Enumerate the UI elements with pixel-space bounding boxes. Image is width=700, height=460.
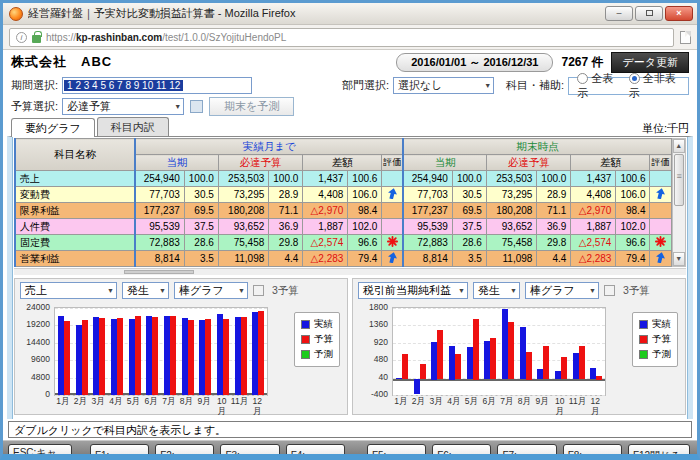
subject-name: 人件費 — [15, 219, 135, 235]
data-refresh-button[interactable]: データ更新 — [611, 52, 689, 73]
eval-cell — [650, 203, 671, 219]
table-cell: 69.5 — [452, 203, 486, 219]
f3-button[interactable]: F3: — [220, 444, 279, 460]
site-info-icon[interactable]: i — [16, 32, 27, 43]
y-axis-tick-label: 24000 — [18, 302, 50, 312]
f12-close-button[interactable]: F12閉じる — [628, 444, 690, 460]
table-cell: 72,883 — [403, 235, 452, 251]
bar-予算-1月 — [64, 321, 70, 395]
table-horizontal-scrollbar[interactable] — [14, 268, 686, 275]
table-row-変動費[interactable]: 変動費77,70330.573,29528.94,408106.077,7033… — [15, 187, 671, 203]
f1-button[interactable]: F1: — [90, 444, 149, 460]
subject-name: 営業利益 — [15, 251, 135, 267]
bar-予算-6月 — [490, 338, 496, 379]
scroll-up-icon[interactable]: ▲ — [673, 139, 685, 153]
radio-hide-all[interactable]: 全非表示 — [629, 71, 680, 101]
eval-cell — [382, 171, 404, 187]
x-axis-tick-label: 2月 — [72, 396, 90, 408]
up-arrow-icon — [387, 252, 398, 263]
budget-select[interactable]: 必達予算 ▼ — [62, 98, 184, 115]
table-cell: 254,940 — [403, 171, 452, 187]
period-selector[interactable]: 1 2 3 4 5 6 7 8 9 10 11 12 — [62, 77, 252, 94]
table-cell: 30.5 — [184, 187, 218, 203]
f5-button[interactable]: F5: — [367, 444, 426, 460]
chart-type-select[interactable]: 棒グラフ▼ — [525, 282, 599, 299]
eval-cell — [650, 171, 671, 187]
budget3-checkbox[interactable] — [604, 285, 615, 296]
bar-予算-10月 — [223, 319, 229, 395]
chart-subject-select[interactable]: 税引前当期純利益▼ — [358, 282, 468, 299]
radio-show-all[interactable]: 全表示 — [577, 71, 619, 101]
bar-予算-7月 — [170, 316, 176, 395]
radio-unselected-icon — [577, 73, 588, 84]
f8-button[interactable]: F8: — [563, 444, 622, 460]
maximize-button[interactable] — [635, 6, 663, 21]
title-bar: 経営羅針盤｜予実対比変動損益計算書 - Mozilla Firefox – × — [3, 3, 697, 25]
chart-occur-select[interactable]: 発生▼ — [473, 282, 520, 299]
bar-予算-10月 — [561, 357, 567, 379]
table-cell: 8,814 — [135, 251, 184, 267]
zero-axis-line — [393, 379, 605, 381]
f7-button[interactable]: F7: — [497, 444, 556, 460]
pl-table: 科目名称実績月まで期末時点当期必達予算差額評価当期必達予算差額評価売上254,9… — [14, 138, 672, 267]
bar-予算-11月 — [241, 317, 247, 395]
scrollbar-thumb[interactable] — [674, 154, 684, 206]
table-vertical-scrollbar[interactable]: ▲ ▼ — [672, 138, 686, 267]
subject-aux-label: 科目・補助: — [506, 78, 564, 93]
bar-予算-6月 — [152, 317, 158, 395]
record-count: 7267 件 — [561, 54, 603, 71]
tab-subject-detail[interactable]: 科目内訳 — [97, 117, 169, 136]
date-range: 2016/01/01 ～ 2016/12/31 — [396, 53, 553, 72]
table-row-固定費[interactable]: 固定費72,88328.675,45829.8△2,57496.672,8832… — [15, 235, 671, 251]
table-cell: 11,098 — [486, 251, 536, 267]
table-row-限界利益[interactable]: 限界利益177,23769.5180,20871.1△2,97098.4177,… — [15, 203, 671, 219]
f4-button[interactable]: F4: — [286, 444, 345, 460]
scrollbar-track[interactable] — [673, 207, 685, 252]
x-axis-tick-label: 10月 — [213, 396, 231, 418]
eval-cell — [650, 187, 671, 203]
chart-type-select[interactable]: 棒グラフ▼ — [174, 282, 248, 299]
close-button[interactable]: × — [665, 6, 693, 21]
maximize-icon — [646, 10, 653, 16]
chevron-down-icon: ▼ — [506, 287, 517, 294]
esc-cancel-button[interactable]: ESC:キャンセル — [8, 444, 72, 460]
table-cell: 37.5 — [452, 219, 486, 235]
bar-予算-2月 — [82, 320, 88, 395]
page-action-icon[interactable] — [680, 31, 691, 44]
scroll-down-icon[interactable]: ▼ — [673, 252, 685, 266]
subject-name: 売上 — [15, 171, 135, 187]
table-cell: 100.6 — [616, 171, 650, 187]
x-axis-tick-label: 5月 — [463, 396, 481, 408]
y-axis-tick-label: 920 — [356, 337, 388, 347]
department-select[interactable]: 選択なし ▼ — [393, 77, 494, 94]
table-cell: 102.0 — [616, 219, 650, 235]
table-cell: 100.0 — [452, 171, 486, 187]
budget3-checkbox[interactable] — [253, 285, 264, 296]
bar-予算-4月 — [455, 354, 461, 379]
chart-occur-select[interactable]: 発生▼ — [122, 282, 169, 299]
f2-button[interactable]: F2: — [155, 444, 214, 460]
x-axis-tick-label: 11月 — [231, 396, 249, 408]
eval-cell — [382, 219, 404, 235]
table-cell: 106.0 — [348, 187, 382, 203]
x-axis-tick-label: 1月 — [54, 396, 72, 408]
chart-subject-select[interactable]: 売上▼ — [20, 282, 117, 299]
function-key-bar: ESC:キャンセル F1: F2: F3: F4: F5: F6: F7: F8… — [3, 440, 697, 460]
forecast-checkbox[interactable] — [190, 100, 203, 113]
tab-summary-graph[interactable]: 要約グラフ — [11, 118, 95, 137]
table-row-売上[interactable]: 売上254,940100.0253,503100.01,437100.6254,… — [15, 171, 671, 187]
forecast-button[interactable]: 期末を予測 — [209, 97, 294, 116]
table-cell: 98.4 — [348, 203, 382, 219]
minimize-button[interactable]: – — [605, 6, 633, 21]
hscrollbar-thumb[interactable] — [124, 270, 194, 274]
f6-button[interactable]: F6: — [432, 444, 491, 460]
firefox-icon — [9, 7, 23, 21]
x-axis-tick-label: 3月 — [89, 396, 107, 408]
table-row-人件費[interactable]: 人件費95,53937.593,65236.91,887102.095,5393… — [15, 219, 671, 235]
charts-row: 売上▼ 発生▼ 棒グラフ▼ 3予算 0480096001440019200240… — [14, 276, 686, 418]
table-cell: 1,437 — [571, 171, 616, 187]
address-input[interactable]: i https://kp-rashinban.com/test/1.0.0/Sz… — [9, 28, 674, 47]
table-row-営業利益[interactable]: 営業利益8,8143.511,0984.4△2,28379.48,8143.51… — [15, 251, 671, 267]
table-cell: 96.6 — [348, 235, 382, 251]
table-cell: △2,574 — [571, 235, 616, 251]
